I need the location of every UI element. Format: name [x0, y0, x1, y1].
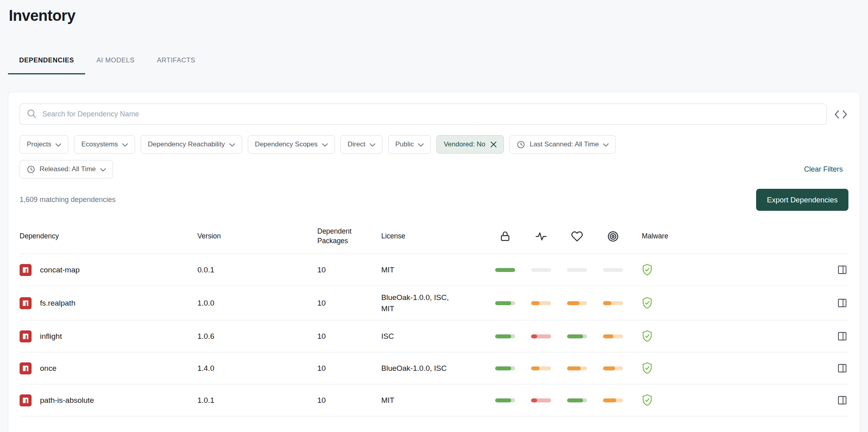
chevron-down-icon — [100, 168, 106, 172]
clear-filters-link[interactable]: Clear Filters — [804, 165, 848, 174]
dependents-cell: 10 — [317, 266, 381, 274]
filter-chip-public[interactable]: Public — [388, 135, 431, 154]
score-bar-security — [495, 366, 531, 370]
filter-chip-label: Direct — [348, 140, 365, 148]
tab-artifacts[interactable]: ARTIFACTS — [146, 50, 207, 74]
license-cell: ISC — [381, 331, 495, 342]
table-row[interactable]: fs.realpath1.0.010BlueOak-1.0.0, ISC, MI… — [20, 286, 848, 320]
shield-check-icon — [642, 330, 653, 342]
results-row: 1,609 matching dependencies Export Depen… — [20, 189, 848, 211]
score-bar-quality — [531, 334, 567, 338]
tab-dependencies[interactable]: DEPENDENCIES — [8, 50, 85, 74]
dependency-name: once — [40, 364, 56, 373]
dependents-cell: 10 — [317, 396, 381, 405]
dependency-name: path-is-absolute — [40, 396, 94, 405]
filter-chip-projects[interactable]: Projects — [20, 135, 68, 154]
side-panel-icon — [837, 331, 848, 342]
chevron-down-icon — [56, 143, 61, 147]
lock-icon — [495, 230, 515, 242]
score-bar-maintenance — [567, 268, 603, 272]
open-side-panel-button[interactable] — [837, 363, 848, 374]
score-bar-maintenance — [567, 334, 603, 338]
heart-icon — [567, 230, 587, 242]
score-bar-security — [495, 268, 531, 272]
table-row[interactable]: once1.4.010BlueOak-1.0.0, ISC — [20, 352, 848, 384]
search-input[interactable] — [42, 110, 820, 118]
table-header: Dependency Version Dependent Packages Li… — [20, 222, 848, 254]
side-panel-icon — [837, 298, 848, 308]
clock-icon — [517, 140, 525, 149]
export-dependencies-button[interactable]: Export Dependencies — [756, 189, 848, 211]
malware-status-cell — [639, 330, 828, 342]
filter-row-primary: ProjectsEcosystemsDependency Reachabilit… — [20, 135, 848, 154]
filter-chip-label: Last Scanned: All Time — [530, 140, 599, 148]
dependents-cell: 10 — [317, 364, 381, 373]
filter-chip-vendored-no[interactable]: Vendored: No — [436, 135, 504, 154]
score-bar-quality — [531, 268, 567, 272]
dependency-name: concat-map — [40, 266, 80, 274]
filter-chip-label: Ecosystems — [81, 140, 118, 148]
open-side-panel-button[interactable] — [837, 395, 848, 406]
open-side-panel-button[interactable] — [837, 264, 848, 275]
table-row[interactable]: concat-map0.0.110MIT — [20, 254, 848, 286]
filter-chip-label: Released: All Time — [40, 165, 96, 173]
filter-chip-dependency-scopes[interactable]: Dependency Scopes — [248, 135, 335, 154]
open-side-panel-button[interactable] — [837, 298, 848, 308]
table-row[interactable]: path-is-absolute1.0.110MIT — [20, 384, 848, 416]
table-body: concat-map0.0.110MITfs.realpath1.0.010Bl… — [20, 254, 848, 416]
column-header-dependency: Dependency — [20, 232, 197, 241]
filter-chip-label: Projects — [27, 140, 51, 148]
malware-status-cell — [639, 394, 828, 406]
shield-check-icon — [642, 297, 653, 309]
search-box[interactable] — [20, 104, 827, 125]
filter-chip-dependency-reachability[interactable]: Dependency Reachability — [141, 135, 242, 154]
score-bar-maintenance — [567, 301, 603, 305]
version-cell: 1.0.1 — [197, 396, 317, 405]
tab-ai-models[interactable]: AI MODELS — [85, 50, 145, 74]
license-cell: BlueOak-1.0.0, ISC, MIT — [381, 292, 495, 314]
license-cell: MIT — [381, 395, 495, 406]
chevron-down-icon — [322, 143, 328, 147]
search-icon — [26, 108, 37, 120]
dependencies-panel: ProjectsEcosystemsDependency Reachabilit… — [8, 92, 860, 432]
malware-status-cell — [639, 264, 828, 276]
column-header-version: Version — [197, 232, 317, 241]
npm-icon — [20, 297, 32, 309]
dependencies-table: Dependency Version Dependent Packages Li… — [20, 222, 848, 416]
side-panel-icon — [837, 363, 848, 374]
side-panel-icon — [837, 395, 848, 406]
score-bar-security — [495, 334, 531, 338]
column-header-license: License — [381, 232, 495, 241]
table-row[interactable]: inflight1.0.610ISC — [20, 320, 848, 352]
open-side-panel-button[interactable] — [837, 331, 848, 342]
score-bar-vulnerability — [603, 398, 639, 402]
score-bar-security — [495, 301, 531, 305]
filter-chip-direct[interactable]: Direct — [340, 135, 382, 154]
shield-check-icon — [642, 264, 653, 276]
chevron-down-icon — [122, 143, 128, 147]
filter-chip-released-all-time[interactable]: Released: All Time — [20, 160, 113, 178]
score-bar-vulnerability — [603, 334, 639, 338]
dependency-name: inflight — [40, 332, 62, 341]
chevron-down-icon — [229, 143, 235, 147]
filter-row-secondary: Released: All Time Clear Filters — [20, 160, 848, 178]
tab-bar: DEPENDENCIESAI MODELSARTIFACTS — [8, 50, 860, 74]
dependents-cell: 10 — [317, 299, 381, 308]
version-cell: 1.0.0 — [197, 299, 317, 308]
remove-filter-icon[interactable] — [490, 141, 497, 148]
column-header-dependent-packages: Dependent Packages — [317, 227, 381, 246]
version-cell: 1.4.0 — [197, 364, 317, 373]
filter-chip-label: Public — [395, 140, 414, 148]
code-query-icon[interactable] — [833, 106, 848, 122]
score-bar-security — [495, 398, 531, 402]
filter-chip-last-scanned-all-time[interactable]: Last Scanned: All Time — [510, 135, 616, 154]
score-bar-quality — [531, 301, 567, 305]
dependents-cell: 10 — [317, 332, 381, 341]
malware-status-cell — [639, 297, 828, 309]
filter-chip-ecosystems[interactable]: Ecosystems — [74, 135, 135, 154]
chevron-down-icon — [603, 143, 609, 147]
shield-check-icon — [642, 394, 653, 406]
npm-icon — [20, 264, 32, 276]
score-bar-vulnerability — [603, 268, 639, 272]
side-panel-icon — [837, 264, 848, 275]
